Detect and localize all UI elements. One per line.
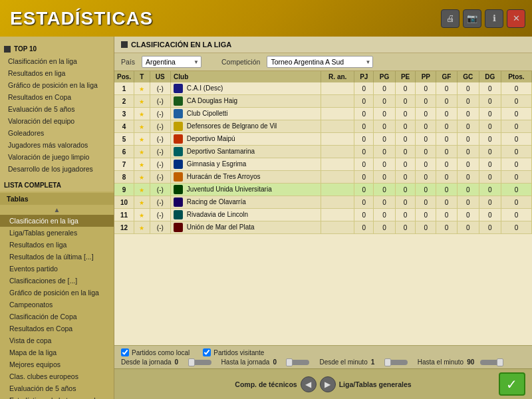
hasta-minuto-slider[interactable] bbox=[480, 360, 503, 365]
sidebar-subitem-resultados-liga[interactable]: Resultados en liga bbox=[0, 239, 114, 251]
sidebar-subitem-clasificacion-liga[interactable]: Clasificación en la liga bbox=[0, 215, 114, 227]
check-visit-label[interactable]: Partidos visitante bbox=[203, 348, 264, 356]
competition-select[interactable]: Torneo Argentina A Sud bbox=[267, 56, 373, 68]
star-icon: ★ bbox=[139, 86, 144, 92]
club-name: Unión de Mar del Plata bbox=[187, 223, 255, 231]
print-button[interactable]: 🖨 bbox=[441, 9, 460, 28]
confirm-button[interactable]: ✓ bbox=[499, 372, 525, 396]
cell-ptos: 0 bbox=[501, 133, 531, 146]
check-local-label[interactable]: Partidos como local bbox=[121, 348, 190, 356]
sidebar-subitem-mejores-equipos[interactable]: Mejores equipos bbox=[0, 358, 114, 370]
desde-minuto-slider[interactable] bbox=[384, 360, 408, 365]
col-club: Club bbox=[171, 71, 321, 82]
cell-ran bbox=[321, 108, 354, 120]
sidebar-item-jugadores-valorados[interactable]: Jugadores más valorados bbox=[0, 139, 114, 151]
table-body: 1 ★ (-) C.A.I (Desc) 0 0 0 0 0 0 0 0 2 ★… bbox=[114, 82, 532, 234]
scroll-up-arrow[interactable]: ▲ bbox=[0, 205, 114, 215]
info-button[interactable]: ℹ bbox=[485, 9, 503, 28]
sidebar-item-goleadores[interactable]: Goleadores bbox=[0, 127, 114, 139]
cell-pj: 0 bbox=[354, 82, 374, 95]
content-area: CLASIFICACIÓN EN LA LIGA País Argentina … bbox=[114, 37, 532, 399]
country-select-wrapper[interactable]: Argentina bbox=[142, 56, 201, 68]
country-select[interactable]: Argentina bbox=[142, 56, 201, 68]
cell-pj: 0 bbox=[354, 196, 374, 209]
sidebar-subitem-resultados-copa[interactable]: Resultados en Copa bbox=[0, 323, 114, 334]
sidebar-subitem-evaluacion-5[interactable]: Evaluación de 5 años bbox=[0, 382, 114, 394]
desde-jornada-label: Desde la jornada bbox=[121, 358, 172, 366]
sidebar-subitem-clas-europeos[interactable]: Clas. clubes europeos bbox=[0, 370, 114, 382]
table-row[interactable]: 3 ★ (-) Club Cipolletti 0 0 0 0 0 0 0 0 bbox=[114, 108, 532, 120]
sidebar-subitem-clasificacion-copa[interactable]: Clasificación de Copa bbox=[0, 311, 114, 323]
cell-gc: 0 bbox=[457, 171, 479, 184]
cell-pg: 0 bbox=[374, 171, 395, 184]
cell-pj: 0 bbox=[354, 209, 374, 221]
sidebar-item-valoracion-equipo[interactable]: Valoración del equipo bbox=[0, 115, 114, 127]
cell-pe: 0 bbox=[395, 120, 416, 133]
cell-pp: 0 bbox=[416, 146, 436, 158]
sidebar-item-juego-limpio[interactable]: Valoración de juego limpio bbox=[0, 151, 114, 163]
sidebar-item-clasificacion-liga[interactable]: Clasificación en la liga bbox=[0, 55, 114, 67]
table-row[interactable]: 2 ★ (-) CA Douglas Haig 0 0 0 0 0 0 0 0 bbox=[114, 95, 532, 108]
competition-select-wrapper[interactable]: Torneo Argentina A Sud bbox=[267, 56, 373, 68]
cell-pg: 0 bbox=[374, 146, 395, 158]
club-logo bbox=[174, 109, 183, 118]
table-row[interactable]: 12 ★ (-) Unión de Mar del Plata 0 0 0 0 … bbox=[114, 221, 532, 234]
table-row[interactable]: 9 ★ (-) Juventud Unida Universitaria 0 0… bbox=[114, 184, 532, 196]
sidebar-subitem-campeonatos[interactable]: Campeonatos bbox=[0, 299, 114, 311]
sidebar-subitem-grafico-posicion[interactable]: Gráfico de posición en la liga bbox=[0, 287, 114, 299]
sidebar-subitem-eventos[interactable]: Eventos partido bbox=[0, 263, 114, 275]
sidebar-item-grafico-posicion[interactable]: Gráfico de posición en la liga bbox=[0, 79, 114, 91]
table-row[interactable]: 4 ★ (-) Defensores de Belgrano de Vil 0 … bbox=[114, 120, 532, 133]
col-pos: Pos. bbox=[114, 71, 134, 82]
check-visit[interactable] bbox=[203, 348, 211, 356]
cell-dg: 0 bbox=[479, 171, 501, 184]
sidebar-subitem-estadisticas-temporada[interactable]: Estadísticas de la temporada bbox=[0, 394, 114, 399]
club-logo bbox=[174, 185, 183, 194]
top10-icon bbox=[4, 46, 11, 53]
sidebar-item-resultados-copa[interactable]: Resultados en Copa bbox=[0, 91, 114, 103]
cell-star: ★ bbox=[134, 82, 150, 95]
club-name: Rivadavia de Lincoln bbox=[187, 211, 248, 218]
nav-next-button[interactable]: ▶ bbox=[320, 376, 336, 392]
cell-star: ★ bbox=[134, 95, 150, 108]
hasta-minuto-value: 90 bbox=[467, 358, 477, 366]
cell-pp: 0 bbox=[416, 221, 436, 234]
table-row[interactable]: 11 ★ (-) Rivadavia de Lincoln 0 0 0 0 0 … bbox=[114, 209, 532, 221]
sidebar-subitem-liga-tablas[interactable]: Liga/Tablas generales bbox=[0, 227, 114, 239]
cell-pp: 0 bbox=[416, 108, 436, 120]
sidebar-subitem-mapa-liga[interactable]: Mapa de la liga bbox=[0, 346, 114, 358]
cell-club: C.A.I (Desc) bbox=[171, 82, 321, 95]
table-row[interactable]: 8 ★ (-) Huracán de Tres Arroyos 0 0 0 0 … bbox=[114, 171, 532, 184]
table-row[interactable]: 10 ★ (-) Racing de Olavarría 0 0 0 0 0 0… bbox=[114, 196, 532, 209]
table-row[interactable]: 1 ★ (-) C.A.I (Desc) 0 0 0 0 0 0 0 0 bbox=[114, 82, 532, 95]
sidebar-subitem-vista-copa[interactable]: Vista de copa bbox=[0, 334, 114, 346]
table-row[interactable]: 7 ★ (-) Gimnasia y Esgrima 0 0 0 0 0 0 0… bbox=[114, 158, 532, 171]
nav-prev-button[interactable]: ◀ bbox=[301, 376, 317, 392]
cell-club: CA Douglas Haig bbox=[171, 95, 321, 108]
cell-pj: 0 bbox=[354, 133, 374, 146]
hasta-jornada-slider[interactable] bbox=[286, 360, 309, 365]
cell-pj: 0 bbox=[354, 171, 374, 184]
table-row[interactable]: 5 ★ (-) Deportivo Maipú 0 0 0 0 0 0 0 0 bbox=[114, 133, 532, 146]
cell-pg: 0 bbox=[374, 196, 395, 209]
cell-dg: 0 bbox=[479, 184, 501, 196]
cell-club: Deportivo Maipú bbox=[171, 133, 321, 146]
club-name: Deportivo Maipú bbox=[187, 135, 235, 142]
cell-star: ★ bbox=[134, 221, 150, 234]
desde-jornada-slider[interactable] bbox=[188, 360, 211, 365]
close-button[interactable]: ✕ bbox=[507, 9, 525, 28]
cell-gf: 0 bbox=[436, 82, 458, 95]
sidebar-subitem-clasificaciones[interactable]: Clasificaciones de [...] bbox=[0, 275, 114, 287]
sidebar-subitem-resultados-ultima[interactable]: Resultados de la última [...] bbox=[0, 251, 114, 263]
check-local[interactable] bbox=[121, 348, 129, 356]
cell-dg: 0 bbox=[479, 146, 501, 158]
sidebar-item-evaluacion-5[interactable]: Evaluación de 5 años bbox=[0, 103, 114, 115]
col-pj: PJ bbox=[354, 71, 374, 82]
sidebar-item-resultados-liga[interactable]: Resultados en liga bbox=[0, 67, 114, 79]
table-row[interactable]: 6 ★ (-) Deportivo Santamarina 0 0 0 0 0 … bbox=[114, 146, 532, 158]
cell-pj: 0 bbox=[354, 108, 374, 120]
cell-gc: 0 bbox=[457, 158, 479, 171]
sidebar-item-desarrollo-jugadores[interactable]: Desarrollo de los jugadores bbox=[0, 163, 114, 175]
screenshot-button[interactable]: 📷 bbox=[463, 9, 481, 28]
cell-gc: 0 bbox=[457, 108, 479, 120]
